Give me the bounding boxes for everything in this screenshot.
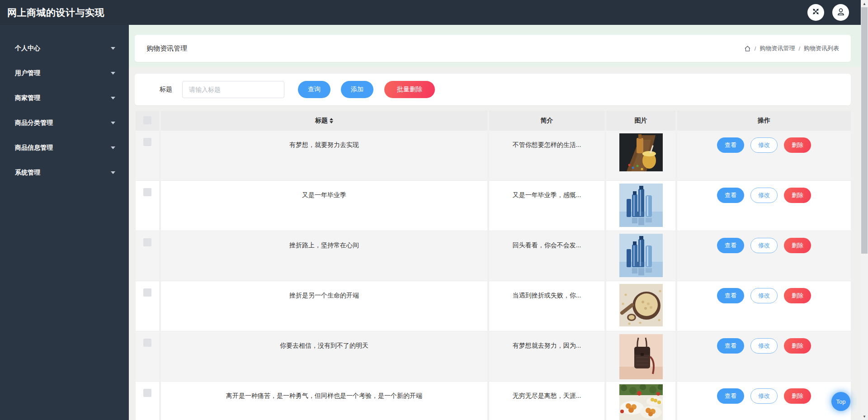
chevron-down-icon bbox=[111, 47, 115, 50]
news-title: 你要去相信，没有到不了的明天 bbox=[280, 342, 368, 349]
row-checkbox[interactable] bbox=[143, 238, 151, 246]
chevron-down-icon bbox=[111, 171, 115, 174]
home-icon[interactable] bbox=[744, 45, 751, 52]
row-checkbox[interactable] bbox=[143, 188, 151, 196]
news-intro: 又是一年毕业季，感慨... bbox=[513, 191, 581, 198]
column-header-intro: 简介 bbox=[489, 111, 604, 131]
delete-button[interactable]: 删除 bbox=[784, 338, 811, 354]
user-menu-button[interactable] bbox=[832, 4, 849, 21]
sidebar-item-label: 个人中心 bbox=[15, 44, 40, 52]
sidebar-item[interactable]: 个人中心 bbox=[0, 36, 129, 61]
page-title: 购物资讯管理 bbox=[146, 44, 187, 53]
edit-button[interactable]: 修改 bbox=[750, 137, 778, 153]
sidebar-item[interactable]: 商品信息管理 bbox=[0, 135, 129, 160]
news-table: 标题 简介 图片 操作 有梦想，就要努力去实现 不管你想要怎样的生活... bbox=[134, 111, 853, 420]
table-row: 挫折路上，坚持常在心间 回头看看，你会不会发... 查看 修改 删除 bbox=[136, 231, 851, 281]
breadcrumb-item[interactable]: 购物资讯列表 bbox=[804, 44, 839, 52]
sidebar-menu: 个人中心用户管理商家管理商品分类管理商品信息管理系统管理 bbox=[0, 36, 129, 185]
chevron-down-icon bbox=[111, 146, 115, 149]
view-button[interactable]: 查看 bbox=[717, 188, 744, 203]
news-image bbox=[619, 384, 663, 420]
news-image bbox=[619, 284, 663, 326]
topbar-icons bbox=[807, 4, 849, 21]
sidebar-item-label: 用户管理 bbox=[15, 69, 40, 77]
view-button[interactable]: 查看 bbox=[717, 338, 744, 354]
news-intro: 无穷无尽是离愁，天涯... bbox=[513, 392, 581, 399]
table-row: 又是一年毕业季 又是一年毕业季，感慨... 查看 修改 删除 bbox=[136, 181, 851, 231]
sidebar-item[interactable]: 用户管理 bbox=[0, 61, 129, 85]
news-image bbox=[619, 334, 663, 379]
add-button[interactable]: 添加 bbox=[341, 81, 373, 98]
view-button[interactable]: 查看 bbox=[717, 137, 744, 153]
news-intro: 不管你想要怎样的生活... bbox=[513, 141, 581, 148]
sidebar-item[interactable]: 系统管理 bbox=[0, 160, 129, 185]
news-intro: 有梦想就去努力，因为... bbox=[513, 342, 581, 349]
view-button[interactable]: 查看 bbox=[717, 288, 744, 303]
sidebar-item-label: 商品信息管理 bbox=[15, 144, 53, 152]
view-button[interactable]: 查看 bbox=[717, 388, 744, 404]
edit-button[interactable]: 修改 bbox=[750, 188, 778, 203]
app-title: 网上商城的设计与实现 bbox=[7, 6, 104, 19]
news-table-wrap: 标题 简介 图片 操作 有梦想，就要努力去实现 不管你想要怎样的生活... bbox=[134, 111, 853, 420]
view-button[interactable]: 查看 bbox=[717, 238, 744, 253]
breadcrumb-item[interactable]: 购物资讯管理 bbox=[760, 44, 795, 52]
back-to-top-button[interactable]: Top bbox=[831, 392, 850, 411]
column-header-image: 图片 bbox=[606, 111, 675, 131]
sidebar-item[interactable]: 商品分类管理 bbox=[0, 110, 129, 135]
title-search-input[interactable] bbox=[182, 81, 284, 98]
table-row: 离开是一种痛苦，是一种勇气，但同样也是一个考验，是一个新的开端 无穷无尽是离愁，… bbox=[136, 382, 851, 420]
scrollbar-thumb[interactable] bbox=[861, 7, 868, 254]
scroll-up-arrow-icon[interactable]: ▲ bbox=[861, 0, 868, 7]
row-checkbox[interactable] bbox=[143, 339, 151, 347]
news-image bbox=[619, 234, 663, 277]
edit-button[interactable]: 修改 bbox=[750, 388, 778, 404]
delete-button[interactable]: 删除 bbox=[784, 188, 811, 203]
column-header-actions: 操作 bbox=[677, 111, 851, 131]
sort-icon bbox=[330, 118, 333, 123]
fullscreen-icon bbox=[811, 7, 820, 18]
news-title: 离开是一种痛苦，是一种勇气，但同样也是一个考验，是一个新的开端 bbox=[226, 392, 422, 399]
row-checkbox[interactable] bbox=[143, 138, 151, 146]
scroll-down-arrow-icon[interactable]: ▼ bbox=[861, 413, 868, 420]
column-header-title[interactable]: 标题 bbox=[161, 111, 487, 131]
batch-delete-button[interactable]: 批量删除 bbox=[384, 81, 435, 98]
delete-button[interactable]: 删除 bbox=[784, 388, 811, 404]
news-title: 有梦想，就要努力去实现 bbox=[289, 141, 359, 148]
query-button[interactable]: 查询 bbox=[298, 81, 330, 98]
news-intro: 回头看看，你会不会发... bbox=[513, 241, 581, 249]
delete-button[interactable]: 删除 bbox=[784, 238, 811, 253]
row-checkbox[interactable] bbox=[143, 389, 151, 397]
select-all-cell bbox=[136, 111, 159, 131]
table-header-row: 标题 简介 图片 操作 bbox=[136, 111, 851, 131]
row-checkbox[interactable] bbox=[143, 288, 151, 297]
news-image bbox=[619, 133, 663, 171]
sidebar-item[interactable]: 商家管理 bbox=[0, 85, 129, 110]
table-row: 挫折是另一个生命的开端 当遇到挫折或失败，你... 查看 修改 删除 bbox=[136, 281, 851, 331]
table-row: 你要去相信，没有到不了的明天 有梦想就去努力，因为... 查看 修改 删除 bbox=[136, 331, 851, 382]
top-bar: 网上商城的设计与实现 bbox=[0, 0, 861, 25]
table-body: 有梦想，就要努力去实现 不管你想要怎样的生活... 查看 修改 删除 又是一年毕… bbox=[136, 131, 851, 420]
sidebar-item-label: 商家管理 bbox=[15, 94, 40, 102]
table-row: 有梦想，就要努力去实现 不管你想要怎样的生活... 查看 修改 删除 bbox=[136, 131, 851, 181]
edit-button[interactable]: 修改 bbox=[750, 288, 778, 303]
page-header-card: 购物资讯管理 / 购物资讯管理 / 购物资讯列表 bbox=[135, 35, 851, 62]
search-toolbar: 标题 查询 添加 批量删除 bbox=[135, 74, 851, 105]
fullscreen-button[interactable] bbox=[807, 4, 824, 21]
news-title: 挫折路上，坚持常在心间 bbox=[289, 241, 359, 249]
main-content: 购物资讯管理 / 购物资讯管理 / 购物资讯列表 标题 查询 添加 批量删除 bbox=[129, 25, 861, 420]
news-intro: 当遇到挫折或失败，你... bbox=[513, 292, 581, 299]
chevron-down-icon bbox=[111, 72, 115, 75]
news-title: 又是一年毕业季 bbox=[302, 191, 346, 198]
user-icon bbox=[836, 7, 845, 18]
select-all-checkbox[interactable] bbox=[143, 116, 151, 124]
breadcrumb: / 购物资讯管理 / 购物资讯列表 bbox=[744, 44, 839, 52]
sidebar-item-label: 商品分类管理 bbox=[15, 119, 53, 127]
delete-button[interactable]: 删除 bbox=[784, 288, 811, 303]
page-scrollbar[interactable]: ▲ ▼ bbox=[861, 0, 868, 420]
chevron-down-icon bbox=[111, 122, 115, 124]
sidebar: 个人中心用户管理商家管理商品分类管理商品信息管理系统管理 bbox=[0, 25, 129, 420]
delete-button[interactable]: 删除 bbox=[784, 137, 811, 153]
sidebar-item-label: 系统管理 bbox=[15, 169, 40, 177]
edit-button[interactable]: 修改 bbox=[750, 238, 778, 253]
edit-button[interactable]: 修改 bbox=[750, 338, 778, 354]
